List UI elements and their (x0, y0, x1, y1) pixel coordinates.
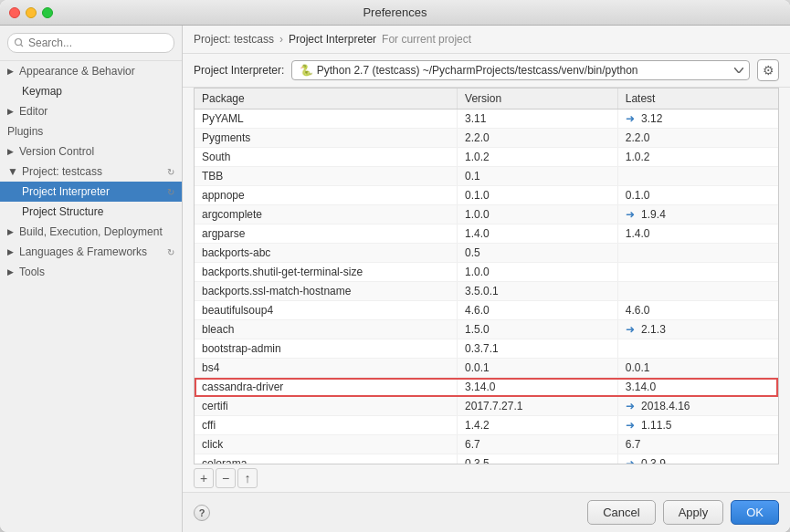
sync-icon: ↻ (167, 167, 174, 177)
sync-icon: ↻ (167, 247, 174, 257)
sidebar-item-label: Project Interpreter (22, 185, 110, 198)
sidebar-item-project-interpreter[interactable]: Project Interpreter ↻ (0, 182, 182, 202)
sidebar-item-label: Tools (19, 266, 45, 278)
table-row[interactable]: argcomplete1.0.0➜ 1.9.4 (195, 205, 778, 224)
table-row[interactable]: cffi1.4.2➜ 1.11.5 (195, 416, 778, 435)
upgrade-package-button[interactable]: ↑ (237, 468, 258, 488)
sidebar-item-build[interactable]: Build, Execution, Deployment (0, 222, 182, 242)
sync-icon: ↻ (167, 187, 174, 197)
package-latest (617, 263, 778, 282)
gear-button[interactable]: ⚙ (757, 59, 779, 81)
bottom-bar: ? Cancel Apply OK (183, 492, 790, 532)
table-container: Package Version Latest PyYAML3.11➜ 3.12P… (194, 88, 779, 464)
package-version: 2017.7.27.1 (458, 397, 618, 416)
package-version: 6.7 (458, 435, 618, 454)
sidebar: Appearance & Behavior Keymap Editor Plug… (0, 26, 183, 532)
package-latest: ➜ 3.12 (617, 110, 778, 129)
package-name: TBB (195, 167, 458, 186)
table-row[interactable]: backports-abc0.5 (195, 244, 778, 263)
package-version: 0.0.1 (458, 359, 618, 378)
main-content: Appearance & Behavior Keymap Editor Plug… (0, 26, 790, 532)
sidebar-item-label: Languages & Frameworks (19, 245, 147, 258)
package-latest: ➜ 2018.4.16 (617, 397, 778, 416)
interpreter-bar: Project Interpreter: 🐍 Python 2.7 (testc… (183, 54, 790, 88)
cancel-button[interactable]: Cancel (587, 500, 655, 525)
package-name: cassandra-driver (195, 378, 458, 397)
package-name: argparse (195, 224, 458, 244)
sidebar-item-version-control[interactable]: Version Control (0, 141, 182, 162)
table-row[interactable]: click6.76.7 (195, 435, 778, 454)
package-name: bootstrap-admin (195, 339, 458, 359)
minimize-button[interactable] (26, 7, 37, 18)
package-version: 1.4.0 (458, 224, 618, 244)
breadcrumb: Project: testcass › Project Interpreter … (183, 26, 790, 54)
help-container: ? (194, 505, 210, 521)
col-version: Version (458, 89, 618, 110)
package-version: 1.0.0 (458, 205, 618, 224)
package-version: 3.5.0.1 (458, 282, 618, 301)
search-input[interactable] (7, 33, 174, 53)
table-row[interactable]: TBB0.1 (195, 167, 778, 186)
sidebar-item-editor[interactable]: Editor (0, 101, 182, 121)
sidebar-item-tools[interactable]: Tools (0, 262, 182, 282)
table-row[interactable]: backports.shutil-get-terminal-size1.0.0 (195, 263, 778, 282)
package-latest: ➜ 1.11.5 (617, 416, 778, 435)
package-name: bs4 (195, 359, 458, 378)
table-row[interactable]: argparse1.4.01.4.0 (195, 224, 778, 244)
table-row[interactable]: cassandra-driver3.14.03.14.0 (195, 378, 778, 397)
table-row[interactable]: certifi2017.7.27.1➜ 2018.4.16 (195, 397, 778, 416)
col-latest: Latest (617, 89, 778, 110)
table-row[interactable]: PyYAML3.11➜ 3.12 (195, 110, 778, 129)
sidebar-item-languages[interactable]: Languages & Frameworks ↻ (0, 242, 182, 262)
table-row[interactable]: beautifulsoup44.6.04.6.0 (195, 301, 778, 320)
package-name: backports.ssl-match-hostname (195, 282, 458, 301)
sidebar-item-keymap[interactable]: Keymap (0, 81, 182, 101)
interpreter-select[interactable]: 🐍 Python 2.7 (testcass) ~/PycharmProject… (291, 60, 750, 80)
table-row[interactable]: bootstrap-admin0.3.7.1 (195, 339, 778, 359)
help-button[interactable]: ? (194, 505, 210, 521)
breadcrumb-current: Project Interpreter (289, 33, 376, 46)
package-name: certifi (195, 397, 458, 416)
close-button[interactable] (9, 7, 20, 18)
sidebar-item-project-structure[interactable]: Project Structure (0, 202, 182, 222)
packages-table: Package Version Latest PyYAML3.11➜ 3.12P… (194, 88, 779, 492)
package-version: 1.5.0 (458, 320, 618, 339)
package-latest: 3.14.0 (617, 378, 778, 397)
sidebar-item-plugins[interactable]: Plugins (0, 121, 182, 141)
table-row[interactable]: appnope0.1.00.1.0 (195, 186, 778, 205)
ok-button[interactable]: OK (731, 500, 779, 525)
package-latest: 1.0.2 (617, 148, 778, 167)
remove-package-button[interactable]: − (216, 468, 236, 488)
interpreter-label: Project Interpreter: (194, 64, 284, 77)
package-version: 2.2.0 (458, 129, 618, 148)
sidebar-item-label: Appearance & Behavior (19, 65, 135, 78)
package-version: 0.3.7.1 (458, 339, 618, 359)
package-version: 0.1.0 (458, 186, 618, 205)
apply-button[interactable]: Apply (663, 500, 724, 525)
sidebar-item-appearance[interactable]: Appearance & Behavior (0, 61, 182, 81)
table-header-row: Package Version Latest (195, 89, 778, 110)
package-name: Pygments (195, 129, 458, 148)
sidebar-item-label: Version Control (19, 145, 94, 158)
package-latest (617, 167, 778, 186)
table-row[interactable]: bs40.0.10.0.1 (195, 359, 778, 378)
add-package-button[interactable]: + (194, 468, 214, 488)
maximize-button[interactable] (42, 7, 53, 18)
package-version: 0.3.5 (458, 454, 618, 465)
sidebar-item-label: Editor (19, 105, 47, 118)
package-latest: ➜ 0.3.9 (617, 454, 778, 465)
package-latest: 0.1.0 (617, 186, 778, 205)
table-row[interactable]: backports.ssl-match-hostname3.5.0.1 (195, 282, 778, 301)
sidebar-item-label: Keymap (22, 85, 62, 98)
package-name: appnope (195, 186, 458, 205)
sidebar-item-project[interactable]: Project: testcass ↻ (0, 162, 182, 182)
table-row[interactable]: colorama0.3.5➜ 0.3.9 (195, 454, 778, 465)
preferences-window: Preferences Appearance & Behavior Keymap… (0, 0, 790, 532)
package-latest: ➜ 2.1.3 (617, 320, 778, 339)
table-row[interactable]: bleach1.5.0➜ 2.1.3 (195, 320, 778, 339)
table-row[interactable]: Pygments2.2.02.2.0 (195, 129, 778, 148)
table-row[interactable]: South1.0.21.0.2 (195, 148, 778, 167)
package-latest (617, 244, 778, 263)
titlebar: Preferences (0, 0, 790, 26)
package-name: click (195, 435, 458, 454)
